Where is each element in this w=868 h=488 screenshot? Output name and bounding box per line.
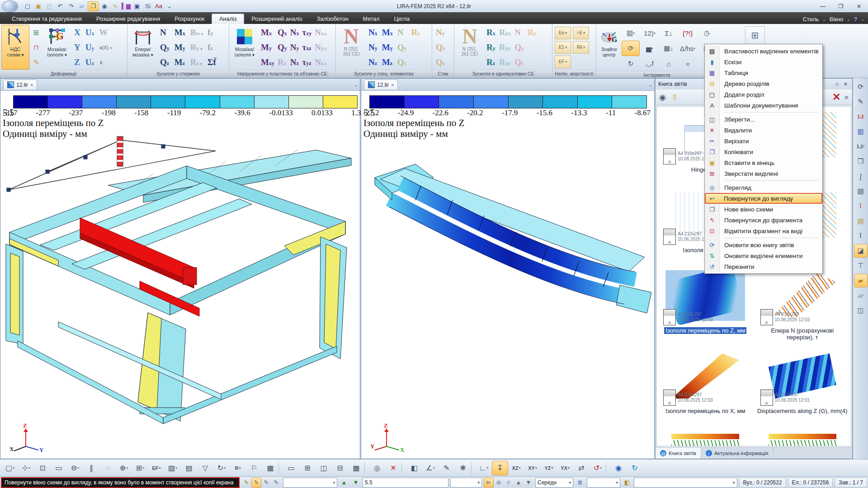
edit-scheme-icon[interactable]: ✎ <box>854 95 868 108</box>
app-logo-icon[interactable] <box>2 0 18 12</box>
ribbon-letter-button[interactable]: N <box>158 28 172 38</box>
restore-button[interactable]: ❐ <box>832 1 850 12</box>
he-icon[interactable]: ⊦E <box>573 27 589 39</box>
two-windows-icon[interactable]: ▥ <box>854 125 868 138</box>
diagrams-mosaic-button[interactable]: Епюри/ мозаїка ▾ <box>129 25 157 70</box>
save-icon[interactable]: ◫ <box>44 2 54 11</box>
ribbon-letter-button[interactable]: Mz <box>172 57 188 67</box>
isofields-icon[interactable]: ▧ <box>854 184 868 198</box>
hatch-icon[interactable]: ▨ <box>165 461 181 475</box>
plane-xz-icon[interactable]: XZ <box>508 461 524 475</box>
list-icon[interactable]: ≣ <box>575 478 585 488</box>
more-chevrons-icon[interactable]: » <box>844 93 849 102</box>
tab-close-icon[interactable]: × <box>30 82 33 88</box>
e1-icon[interactable]: E1 <box>555 41 571 54</box>
layers-icon[interactable]: ▤ <box>181 461 197 475</box>
edit-next-icon[interactable]: ✎ <box>271 478 281 488</box>
ribbon-letter-button[interactable]: Ny <box>434 28 448 38</box>
ribbon-letter-button[interactable]: Rx <box>485 28 497 38</box>
settings-aa-icon[interactable]: Aa <box>154 2 164 11</box>
tab-list-chevron-icon[interactable]: ⌄ <box>354 82 358 87</box>
pin-icon[interactable]: ⊹ <box>504 478 514 488</box>
new-document-icon[interactable]: ▢ <box>23 2 33 11</box>
plane-xy-icon[interactable]: XY <box>524 461 541 475</box>
ribbon-letter-button[interactable]: τyz <box>301 57 313 67</box>
refresh-all-views-icon[interactable]: ↻ <box>622 56 640 71</box>
grid-icon[interactable]: ⊞ <box>132 461 148 475</box>
ribbon-letter-button[interactable]: My <box>172 42 188 52</box>
ribbon-tab[interactable]: Метал <box>356 14 387 24</box>
pink-frame-icon[interactable]: ⊓ <box>30 42 42 53</box>
frame-icon[interactable]: ▭ <box>51 461 67 475</box>
ribbon-letter-button[interactable]: Mx <box>380 28 395 38</box>
clock-icon[interactable]: ◷ <box>698 25 716 41</box>
section-cut-icon[interactable]: ◫ <box>854 304 868 317</box>
ep-diagram-icon[interactable]: ∫ <box>854 169 868 183</box>
context-menu-item[interactable] <box>705 111 822 114</box>
ribbon-letter-button[interactable]: Uy <box>83 42 97 52</box>
status-combo-1[interactable]: ▾ <box>283 478 337 488</box>
axis-perp-icon[interactable]: ∟ <box>476 461 492 475</box>
fragment-copy-icon[interactable]: ❐ <box>854 155 868 168</box>
ribbon-letter-button[interactable]: X <box>72 28 83 38</box>
down-gray-icon[interactable]: ▼ <box>524 478 533 488</box>
ribbon-letter-button[interactable]: Ny <box>289 42 301 52</box>
ribbon-letter-button[interactable]: Nya <box>313 42 328 52</box>
ribbon-letter-button[interactable]: τxy <box>301 28 313 38</box>
context-menu-item[interactable]: ⊞ Зверстати виділені <box>705 168 822 179</box>
crane-model-3d-view[interactable] <box>4 132 357 444</box>
mosaic-sum-icon[interactable]: ▦↓ <box>660 41 678 56</box>
si-icon[interactable]: Si <box>143 2 153 11</box>
delete-report-icon[interactable]: ✕ <box>832 91 840 103</box>
toolbar-button[interactable] <box>471 462 476 474</box>
ribbon-letter-button[interactable]: Mz <box>380 57 395 67</box>
sum-loads-icon[interactable]: Σ↓ <box>660 25 678 41</box>
context-menu-item[interactable]: ❐ Копіювати <box>705 146 822 157</box>
ribbon-tab[interactable]: Аналіз <box>212 14 244 24</box>
context-menu-item[interactable]: ⊟ Дерево розділів <box>705 78 822 89</box>
ribbon-letter-button[interactable]: Qz <box>395 57 409 67</box>
press-icon[interactable]: ⌂ <box>660 56 678 71</box>
tab-list-chevron-icon[interactable]: ⌄ <box>649 82 652 87</box>
find-center-button[interactable]: G Знайти центр <box>598 25 620 71</box>
paint-icon[interactable]: ◧ <box>406 461 422 475</box>
ribbon-letter-button[interactable]: My <box>380 42 395 52</box>
plate-icon[interactable]: ▱ <box>854 289 868 302</box>
single-node-n-button[interactable]: N N (251, 261 CE) <box>456 25 484 70</box>
frame2-icon[interactable]: ▭ <box>283 461 299 475</box>
ribbon-letter-button[interactable]: Qx <box>276 28 289 38</box>
scale-value-field[interactable]: 5.5 <box>363 478 448 488</box>
style-menu[interactable]: Стиль <box>801 15 821 24</box>
ribbon-tab[interactable]: Розширене редагування <box>89 14 167 24</box>
special-n-button[interactable]: N N (252, 262 CE) <box>337 25 365 70</box>
ribbon-letter-button[interactable]: Qz <box>158 57 172 67</box>
filter-icon[interactable]: ▽ <box>197 461 213 475</box>
ribbon-letter-button[interactable]: Ry <box>485 42 497 52</box>
plane-yx-icon[interactable]: YX <box>557 461 573 475</box>
context-menu-item[interactable]: ↺ Перезняти <box>705 261 822 272</box>
zoom-icon[interactable]: ◎ <box>369 461 385 475</box>
masonry-icon[interactable]: ▤ <box>854 214 868 228</box>
ribbon-letter-button[interactable]: My <box>259 42 276 52</box>
rotate-icon[interactable]: ↻ <box>213 461 230 475</box>
ribbon-letter-button[interactable]: Y <box>72 42 83 52</box>
numbering-icon[interactable]: 12) <box>641 25 659 41</box>
toolbar-button[interactable] <box>278 462 283 474</box>
remove-part-icon[interactable]: ⊖ <box>67 461 83 475</box>
scale-digits-icon[interactable]: 1.2 <box>854 140 868 153</box>
context-menu-item[interactable]: ▣ Вставити в кінець <box>705 157 822 168</box>
ribbon-letter-button[interactable]: Rz <box>485 57 497 67</box>
delta-hs-icon[interactable]: Δ/hs <box>679 41 697 56</box>
sync-icon[interactable]: ↻ <box>627 461 643 475</box>
up-gray-icon[interactable]: ▲ <box>514 478 524 488</box>
averaging-combo[interactable]: Середн▾ <box>535 478 573 488</box>
restore-icon[interactable]: ⊕ <box>116 461 132 475</box>
ribbon-letter-button[interactable]: fy <box>205 28 219 38</box>
parallel-icon[interactable]: ∥ <box>83 461 99 475</box>
fragment-select-icon[interactable]: ▢ <box>2 461 18 475</box>
ribbon-tab[interactable]: Розрахунок <box>167 14 212 24</box>
rotate-ccw-icon[interactable]: ↺ <box>590 461 606 475</box>
axes-grid-icon[interactable]: ▦ <box>348 461 364 475</box>
ribbon-letter-button[interactable]: τxz <box>301 42 313 52</box>
profile-icon[interactable]: Ⅰ <box>854 229 868 243</box>
